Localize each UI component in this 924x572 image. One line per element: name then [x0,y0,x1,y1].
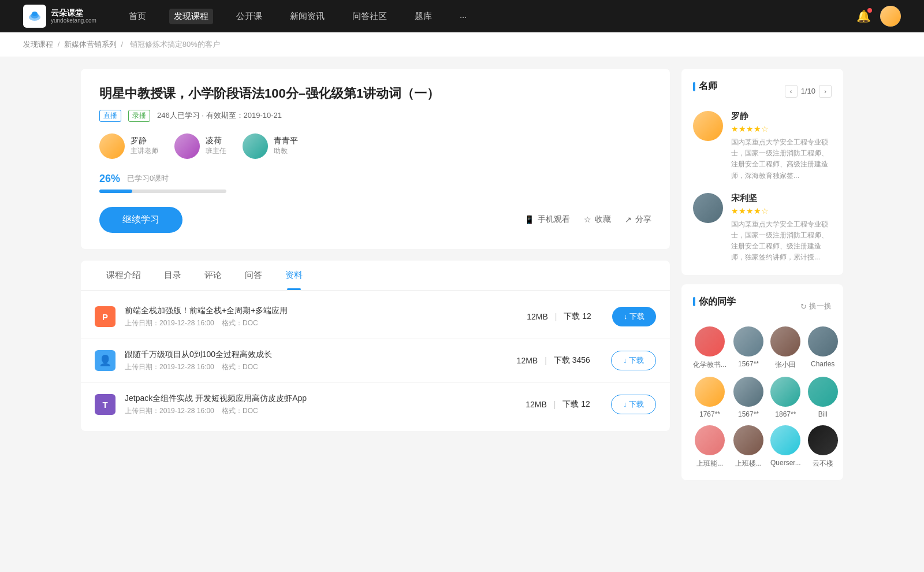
breadcrumb-sep2: / [121,40,125,49]
pagination-mini: ‹ 1/10 › [785,85,832,98]
tab-comments[interactable]: 评论 [193,261,233,290]
sidebar-teacher-desc-0: 国内某重点大学安全工程专业硕士，国家一级注册消防工程师、注册安全工程师、高级注册… [731,137,832,181]
breadcrumb-series[interactable]: 新媒体营销系列 [64,40,117,49]
resource-info-1: 跟随千万级项目从0到100全过程高效成长 上传日期：2019-12-28 16:… [125,350,508,372]
share-label: 分享 [635,214,651,225]
content-area: 明星中教授课，小学阶段语法100分–强化级第1讲动词（一） 直播 录播 246人… [81,69,670,489]
classmate-name-11: 云不楼 [813,459,833,469]
teacher-avatar-0 [99,133,125,159]
resource-meta-0: 12MB | 下载 12 [527,311,591,322]
tabs-header: 课程介绍 目录 评论 问答 资料 [81,261,670,291]
mobile-watch-button[interactable]: 📱 手机观看 [524,214,570,225]
resource-downloads-0: 下载 12 [564,311,591,322]
nav-exercises[interactable]: 题库 [410,9,437,24]
download-button-1[interactable]: ↓ 下载 [611,351,656,370]
sidebar-teacher-stars-1: ★★★★☆ [731,206,832,216]
classmate-0: 化学教书... [693,326,726,370]
classmate-6: 1867** [770,377,801,418]
pag-prev[interactable]: ‹ [785,85,798,98]
resource-size-0: 12MB [527,312,548,321]
nav-public[interactable]: 公开课 [232,9,267,24]
classmate-name-0: 化学教书... [693,360,726,370]
sidebar-teacher-avatar-1 [693,193,723,223]
resource-info-2: Jetpack全组件实战 开发短视频应用高仿皮皮虾App 上传日期：2019-1… [125,393,516,416]
resource-detail-2: 上传日期：2019-12-28 16:00 格式：DOC [125,406,516,416]
collect-button[interactable]: ☆ 收藏 [584,214,611,225]
user-avatar-nav[interactable] [880,6,901,27]
nav-right: 🔔 [856,6,901,27]
tab-resources[interactable]: 资料 [274,261,314,290]
breadcrumb-discover[interactable]: 发现课程 [23,40,53,49]
course-meta-text: 246人已学习 · 有效期至：2019-10-21 [157,110,282,121]
nav-qa[interactable]: 问答社区 [348,9,392,24]
logo-icon [23,5,46,28]
tab-toc[interactable]: 目录 [152,261,193,290]
refresh-button[interactable]: ↻ 换一换 [800,301,832,311]
main-layout: 明星中教授课，小学阶段语法100分–强化级第1讲动词（一） 直播 录播 246人… [58,57,866,501]
logo[interactable]: 云朵课堂 yundoketang.com [23,5,96,28]
download-icon-1: ↓ [623,356,627,365]
sidebar-teacher-stars-0: ★★★★☆ [731,124,832,133]
refresh-icon: ↻ [800,302,807,311]
resource-size-1: 12MB [517,356,538,365]
nav-discover[interactable]: 发现课程 [169,9,213,24]
progress-label: 已学习0课时 [127,173,169,184]
classmate-avatar-1 [733,326,763,356]
nav-news[interactable]: 新闻资讯 [285,9,329,24]
badge-recorded: 录播 [128,110,150,122]
resource-downloads-1: 下载 3456 [554,355,590,366]
classmate-avatar-9 [733,425,763,455]
teacher-info-2: 青青平 助教 [274,136,298,156]
nav-more[interactable]: ··· [455,9,472,24]
tab-qa[interactable]: 问答 [233,261,274,290]
teacher-1: 凌荷 班主任 [174,133,226,159]
classmate-name-1: 1567** [738,360,759,368]
teacher-avatar-1 [174,133,200,159]
resource-list: P 前端全栈加强版！前端全栈+全周期+多端应用 上传日期：2019-12-28 … [81,291,670,431]
resource-name-1: 跟随千万级项目从0到100全过程高效成长 [125,350,508,360]
sidebar-teacher-1: 宋利坚 ★★★★☆ 国内某重点大学安全工程专业硕士，国家一级注册消防工程师、注册… [693,193,832,263]
teacher-info-1: 凌荷 班主任 [206,136,226,156]
resource-date-1: 上传日期：2019-12-28 16:00 [125,363,214,371]
notification-dot [867,8,872,13]
download-icon-0: ↓ [624,312,628,321]
resource-item-1: 👤 跟随千万级项目从0到100全过程高效成长 上传日期：2019-12-28 1… [81,339,670,383]
download-button-0[interactable]: ↓ 下载 [612,307,656,326]
resource-item-0: P 前端全栈加强版！前端全栈+全周期+多端应用 上传日期：2019-12-28 … [81,295,670,339]
download-button-2[interactable]: ↓ 下载 [611,395,656,414]
resource-name-2: Jetpack全组件实战 开发短视频应用高仿皮皮虾App [125,393,516,404]
course-title: 明星中教授课，小学阶段语法100分–强化级第1讲动词（一） [99,85,651,103]
classmates-title: 你的同学 [693,296,736,308]
classmate-11: 云不楼 [808,425,838,469]
progress-section: 26% 已学习0课时 [99,173,651,193]
progress-bar-bg [99,190,226,193]
progress-percent: 26% [99,173,120,185]
classmate-avatar-6 [770,377,800,407]
progress-header: 26% 已学习0课时 [99,173,651,185]
continue-learning-button[interactable]: 继续学习 [99,207,182,233]
pag-next[interactable]: › [819,85,832,98]
badge-live: 直播 [99,110,121,122]
sidebar-teacher-name-1: 宋利坚 [731,193,832,204]
classmate-name-2: 张小田 [775,360,796,370]
nav-home[interactable]: 首页 [124,9,151,24]
classmate-name-10: Querser... [770,459,801,467]
classmate-name-3: Charles [811,360,834,368]
resource-date-0: 上传日期：2019-12-28 16:00 [125,319,214,327]
notification-bell[interactable]: 🔔 [856,9,871,23]
classmate-avatar-11 [808,425,838,455]
share-button[interactable]: ↗ 分享 [625,214,651,225]
tab-intro[interactable]: 课程介绍 [95,261,152,290]
classmate-avatar-4 [695,377,725,407]
classmate-name-7: Bill [818,410,828,418]
resource-date-2: 上传日期：2019-12-28 16:00 [125,407,214,415]
mobile-label: 手机观看 [538,214,570,225]
resource-detail-0: 上传日期：2019-12-28 16:00 格式：DOC [125,318,517,328]
resource-size-2: 12MB [526,400,547,409]
resource-downloads-2: 下载 12 [562,399,590,410]
tabs-card: 课程介绍 目录 评论 问答 资料 P 前端全栈加强版！前端全栈+全周期+多端应用… [81,261,670,431]
sidebar-teacher-name-0: 罗静 [731,111,832,122]
sidebar: 名师 ‹ 1/10 › 罗静 ★★★★☆ 国内某重点大学安全工程专业硕士，国家一… [681,69,843,489]
classmate-2: 张小田 [770,326,801,370]
action-row: 继续学习 📱 手机观看 ☆ 收藏 ↗ 分享 [99,207,651,233]
